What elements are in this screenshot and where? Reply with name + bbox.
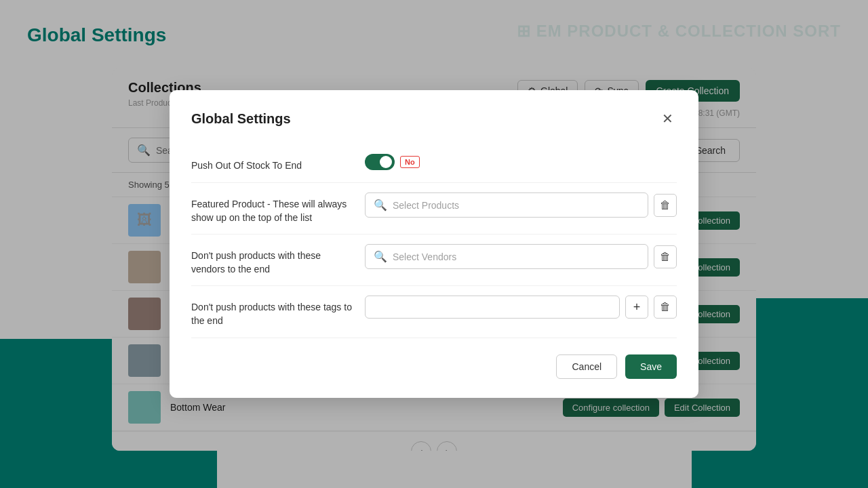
vendor-filter-control: 🔍 Select Vendors 🗑	[365, 244, 677, 269]
no-badge: No	[400, 156, 420, 168]
plus-icon: +	[633, 300, 641, 314]
modal-header: Global Settings ✕	[191, 109, 677, 128]
search-icon: 🔍	[374, 250, 387, 263]
modal-row-push-out-of-stock: Push Out Of Stock To End No	[191, 144, 677, 183]
select-products-placeholder: Select Products	[393, 200, 459, 211]
toggle-wrap	[365, 154, 395, 170]
add-tag-button[interactable]: +	[625, 296, 648, 319]
select-products-wrap[interactable]: 🔍 Select Products	[365, 192, 648, 218]
delete-featured-product-button[interactable]: 🗑	[654, 194, 677, 217]
modal-title: Global Settings	[191, 111, 291, 127]
vendor-filter-label: Don't push products with these vendors t…	[191, 244, 354, 276]
select-vendors-wrap[interactable]: 🔍 Select Vendors	[365, 244, 648, 269]
delete-vendor-filter-button[interactable]: 🗑	[654, 245, 677, 268]
delete-tag-button[interactable]: 🗑	[654, 296, 677, 319]
featured-product-control: 🔍 Select Products 🗑	[365, 192, 677, 218]
tags-filter-control: + 🗑	[365, 296, 677, 319]
trash-icon: 🗑	[660, 251, 671, 263]
search-icon: 🔍	[374, 199, 387, 211]
global-settings-modal: Global Settings ✕ Push Out Of Stock To E…	[170, 90, 698, 397]
tags-filter-label: Don't push products with these tags to t…	[191, 296, 354, 327]
modal-row-tags-filter: Don't push products with these tags to t…	[191, 286, 677, 338]
trash-icon: 🗑	[660, 199, 671, 211]
push-out-of-stock-control: No	[365, 154, 677, 170]
tags-input[interactable]	[365, 296, 620, 319]
save-button[interactable]: Save	[625, 354, 677, 379]
push-out-of-stock-toggle[interactable]	[365, 154, 395, 170]
modal-overlay: Global Settings ✕ Push Out Of Stock To E…	[0, 0, 868, 488]
modal-row-featured-product: Featured Product - These will always sho…	[191, 183, 677, 235]
trash-icon: 🗑	[660, 301, 671, 313]
close-button[interactable]: ✕	[658, 109, 677, 128]
select-vendors-placeholder: Select Vendors	[393, 251, 456, 262]
cancel-button[interactable]: Cancel	[556, 354, 617, 379]
toggle-slider	[365, 154, 395, 170]
modal-footer: Cancel Save	[191, 354, 677, 379]
push-out-of-stock-label: Push Out Of Stock To End	[191, 154, 354, 173]
featured-product-label: Featured Product - These will always sho…	[191, 192, 354, 224]
modal-row-vendor-filter: Don't push products with these vendors t…	[191, 235, 677, 286]
